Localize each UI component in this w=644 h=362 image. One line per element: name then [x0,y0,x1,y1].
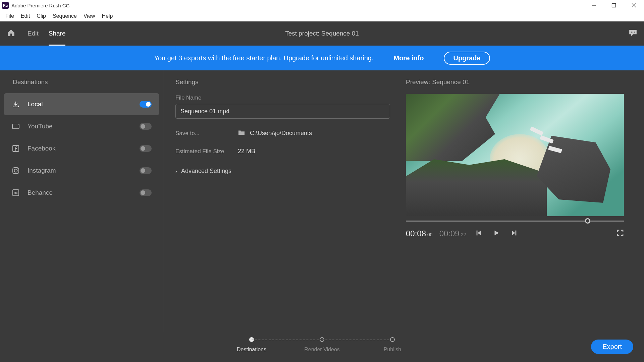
settings-header: Settings [175,78,394,86]
menu-edit[interactable]: Edit [17,12,34,20]
export-button[interactable]: Export [591,340,633,354]
destination-local[interactable]: Local [4,93,159,115]
app-header: Edit Share Test project: Sequence 01 [0,21,644,46]
destination-toggle[interactable] [140,167,152,174]
play-icon[interactable] [493,229,500,238]
svg-rect-1 [612,4,616,7]
project-title: Test project: Sequence 01 [285,30,359,37]
destination-youtube[interactable]: YouTube [4,115,159,137]
svg-rect-9 [13,168,19,174]
file-name-input[interactable] [175,104,390,119]
destination-toggle[interactable] [140,101,152,108]
step-destinations[interactable]: Destinations [216,337,287,353]
svg-point-4 [631,32,632,33]
destination-toggle[interactable] [140,123,152,130]
destinations-sidebar: Destinations Local YouTube Facebook [0,70,163,362]
maximize-button[interactable] [604,0,624,11]
home-icon[interactable] [7,28,15,39]
advanced-settings-label: Advanced Settings [181,168,231,175]
fullscreen-icon[interactable] [616,229,624,238]
download-icon [11,100,20,109]
youtube-icon [11,122,20,131]
destination-instagram[interactable]: Instagram [4,160,159,182]
bottom-bar: Destinations Render Videos Publish Expor… [0,332,644,362]
close-button[interactable] [624,0,644,11]
menu-sequence[interactable]: Sequence [49,12,80,20]
svg-rect-14 [477,231,478,236]
advanced-settings-toggle[interactable]: › Advanced Settings [175,168,394,175]
window-title: Adobe Premiere Rush CC [11,3,69,8]
svg-point-10 [14,169,17,172]
preview-header: Preview: Sequence 01 [406,78,631,86]
menu-help[interactable]: Help [98,12,116,20]
preview-timeline[interactable] [406,218,624,224]
upgrade-banner: You get 3 exports with the free starter … [0,46,644,70]
file-name-label: File Name [175,95,394,101]
menu-bar: File Edit Clip Sequence View Help [0,11,644,21]
progress-stepper: Destinations Render Videos Publish [216,337,428,353]
current-time: 00:0800 [406,229,433,238]
settings-panel: Settings File Name Save to... C:\Users\j… [163,70,406,362]
destination-toggle[interactable] [140,145,152,152]
destination-label: Local [28,101,140,108]
step-forward-icon[interactable] [510,229,518,238]
est-size-label: Estimated File Size [175,148,238,155]
banner-message: You get 3 exports with the free starter … [154,54,373,62]
window-titlebar: Ru Adobe Premiere Rush CC [0,0,644,11]
save-to-label: Save to... [175,130,238,137]
destination-facebook[interactable]: Facebook [4,137,159,160]
svg-rect-15 [516,231,517,236]
tab-edit[interactable]: Edit [28,21,39,46]
more-info-link[interactable]: More info [393,54,424,62]
destination-behance[interactable]: Be Behance [4,182,159,204]
step-render[interactable]: Render Videos [287,337,357,353]
svg-point-6 [634,32,635,33]
instagram-icon [11,166,20,175]
destination-toggle[interactable] [140,189,152,196]
duration-time: 00:0922 [439,229,466,238]
svg-point-5 [633,32,634,33]
save-to-path: C:\Users\jo\Documents [250,130,312,137]
upgrade-button[interactable]: Upgrade [444,52,490,65]
folder-icon[interactable] [238,129,245,137]
preview-video[interactable] [406,94,624,216]
app-logo-icon: Ru [2,2,9,9]
step-back-icon[interactable] [475,229,483,238]
feedback-icon[interactable] [629,29,637,38]
minimize-button[interactable] [584,0,604,11]
destination-label: YouTube [28,123,140,130]
destination-label: Instagram [28,167,140,174]
menu-clip[interactable]: Clip [33,12,49,20]
destination-label: Facebook [28,145,140,152]
destinations-header: Destinations [4,78,159,86]
svg-text:Be: Be [14,191,18,195]
chevron-right-icon: › [175,168,177,174]
facebook-icon [11,144,20,153]
step-publish[interactable]: Publish [357,337,428,353]
destination-label: Behance [28,189,140,196]
preview-panel: Preview: Sequence 01 00:0800 00:0922 [406,70,644,362]
playhead[interactable] [585,218,590,224]
tab-share[interactable]: Share [49,21,66,46]
menu-file[interactable]: File [2,12,17,20]
behance-icon: Be [11,188,20,197]
est-size-value: 22 MB [238,148,255,155]
menu-view[interactable]: View [80,12,98,20]
svg-point-11 [17,169,18,169]
